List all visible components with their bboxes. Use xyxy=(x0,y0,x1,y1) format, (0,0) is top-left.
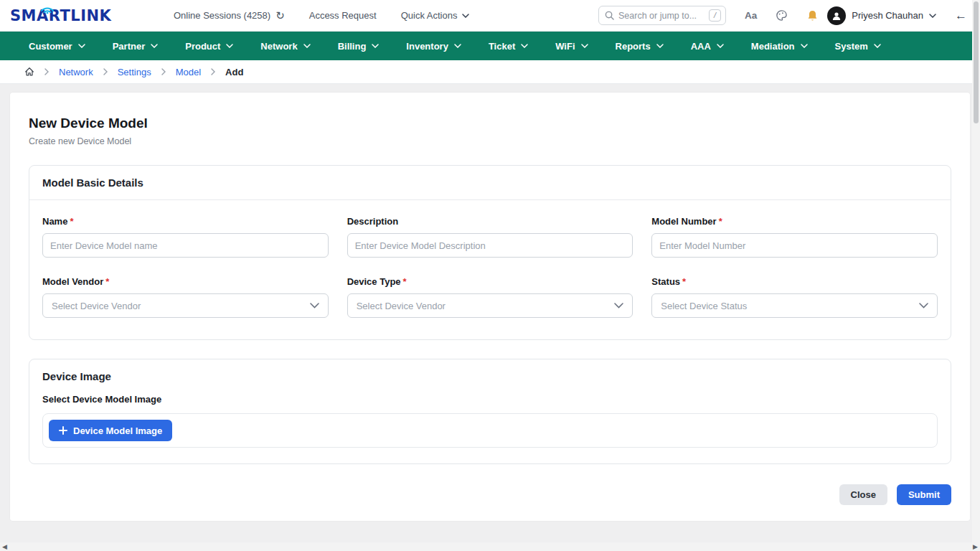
chevron-down-icon xyxy=(78,44,85,48)
chevron-down-icon xyxy=(303,44,311,48)
nav-billing[interactable]: Billing xyxy=(338,41,380,52)
device-image-upload-box: Device Model Image xyxy=(42,413,938,448)
scroll-right-arrow-icon[interactable]: ▶ xyxy=(973,544,978,550)
app-logo[interactable]: SMARTLINK xyxy=(10,7,132,24)
top-header: SMARTLINK Online Sessions (4258) ↻ Acces… xyxy=(0,0,980,32)
submit-button[interactable]: Submit xyxy=(897,484,951,505)
nav-inventory[interactable]: Inventory xyxy=(406,41,461,52)
user-name: Priyesh Chauhan xyxy=(852,10,923,21)
main-panel: New Device Model Create new Device Model… xyxy=(10,93,970,521)
field-label: Device Type* xyxy=(347,276,633,287)
vertical-scrollbar-thumb[interactable] xyxy=(974,1,979,123)
home-icon[interactable] xyxy=(24,67,34,77)
chevron-down-icon xyxy=(929,14,936,18)
page-subtitle: Create new Device Model xyxy=(29,136,951,146)
user-menu[interactable]: Priyesh Chauhan xyxy=(827,6,936,25)
description-input[interactable] xyxy=(347,233,633,258)
chevron-down-icon xyxy=(521,44,528,48)
chevron-down-icon xyxy=(614,303,623,309)
field-label: Name* xyxy=(42,216,329,227)
nav-partner[interactable]: Partner xyxy=(113,41,159,52)
chevron-down-icon xyxy=(462,14,469,18)
required-marker: * xyxy=(105,276,109,287)
person-icon xyxy=(831,11,842,21)
chevron-down-icon xyxy=(919,303,928,309)
horizontal-scrollbar[interactable]: ◀ ▶ xyxy=(0,542,980,551)
nav-mediation[interactable]: Mediation xyxy=(751,41,808,52)
search-shortcut-key: / xyxy=(709,9,721,22)
field-label: Model Number* xyxy=(651,216,938,227)
chevron-down-icon xyxy=(226,44,233,48)
search-icon xyxy=(605,11,614,20)
access-request-label: Access Request xyxy=(309,10,377,21)
field-label: Model Vendor* xyxy=(42,276,329,287)
nav-aaa[interactable]: AAA xyxy=(691,41,724,52)
field-status: Status* Select Device Status xyxy=(651,276,938,318)
chevron-down-icon xyxy=(581,44,588,48)
field-label: Status* xyxy=(651,276,938,287)
chevron-down-icon xyxy=(656,44,664,48)
vertical-scrollbar[interactable] xyxy=(972,0,980,542)
global-search[interactable]: / xyxy=(598,6,726,25)
scroll-left-arrow-icon[interactable]: ◀ xyxy=(2,544,7,550)
model-number-input[interactable] xyxy=(651,233,938,258)
device-image-card: Device Image Select Device Model Image D… xyxy=(29,359,951,464)
status-select[interactable]: Select Device Status xyxy=(651,293,938,318)
online-sessions[interactable]: Online Sessions (4258) ↻ xyxy=(174,9,285,22)
access-request-link[interactable]: Access Request xyxy=(309,10,377,21)
close-button[interactable]: Close xyxy=(839,484,887,505)
required-marker: * xyxy=(403,276,407,287)
chevron-right-icon xyxy=(211,68,215,75)
wifi-icon xyxy=(39,4,56,14)
avatar[interactable] xyxy=(827,6,846,25)
quick-actions-label: Quick Actions xyxy=(401,10,458,21)
chevron-right-icon xyxy=(161,68,166,75)
device-image-label: Select Device Model Image xyxy=(42,394,946,405)
field-model-number: Model Number* xyxy=(651,216,938,258)
content-area: New Device Model Create new Device Model… xyxy=(0,84,980,529)
breadcrumb-current: Add xyxy=(225,67,243,77)
required-marker: * xyxy=(70,216,73,227)
nav-wifi[interactable]: WiFi xyxy=(555,41,588,52)
required-marker: * xyxy=(719,216,722,227)
chevron-right-icon xyxy=(44,68,49,75)
theme-icon[interactable] xyxy=(776,9,788,22)
nav-ticket[interactable]: Ticket xyxy=(489,41,528,52)
nav-reports[interactable]: Reports xyxy=(616,41,664,52)
card-title: Device Image xyxy=(29,359,951,390)
required-marker: * xyxy=(682,276,686,287)
font-size-toggle[interactable]: Aa xyxy=(745,10,757,21)
device-type-select[interactable]: Select Device Vendor xyxy=(347,293,633,318)
breadcrumb-network[interactable]: Network xyxy=(59,67,93,77)
field-description: Description xyxy=(347,216,633,258)
chevron-down-icon xyxy=(717,44,724,48)
notifications-bell-icon[interactable] xyxy=(806,9,819,22)
chevron-down-icon xyxy=(372,44,379,48)
card-title: Model Basic Details xyxy=(29,166,951,200)
chevron-down-icon xyxy=(874,44,881,48)
breadcrumb-model[interactable]: Model xyxy=(176,67,201,77)
chevron-down-icon xyxy=(151,44,158,48)
online-sessions-label: Online Sessions (4258) xyxy=(174,10,270,21)
nav-network[interactable]: Network xyxy=(260,41,310,52)
field-label: Description xyxy=(347,216,633,227)
model-basic-details-card: Model Basic Details Name* Description Mo… xyxy=(29,165,951,340)
nav-customer[interactable]: Customer xyxy=(29,41,85,52)
page-title: New Device Model xyxy=(29,116,951,131)
model-vendor-select[interactable]: Select Device Vendor xyxy=(42,293,329,318)
field-device-type: Device Type* Select Device Vendor xyxy=(347,276,633,318)
logo-text: SMARTLINK xyxy=(10,7,111,24)
quick-actions-menu[interactable]: Quick Actions xyxy=(401,10,470,21)
breadcrumb-settings[interactable]: Settings xyxy=(118,67,151,77)
back-arrow-icon[interactable]: ← xyxy=(955,9,967,23)
search-input[interactable] xyxy=(618,11,705,21)
refresh-icon[interactable]: ↻ xyxy=(275,9,285,22)
chevron-down-icon xyxy=(801,44,808,48)
nav-system[interactable]: System xyxy=(835,41,881,52)
breadcrumb: Network Settings Model Add xyxy=(0,60,980,84)
device-model-image-button[interactable]: Device Model Image xyxy=(49,420,172,441)
name-input[interactable] xyxy=(42,233,329,258)
field-model-vendor: Model Vendor* Select Device Vendor xyxy=(42,276,329,318)
nav-product[interactable]: Product xyxy=(185,41,233,52)
chevron-right-icon xyxy=(103,68,108,75)
